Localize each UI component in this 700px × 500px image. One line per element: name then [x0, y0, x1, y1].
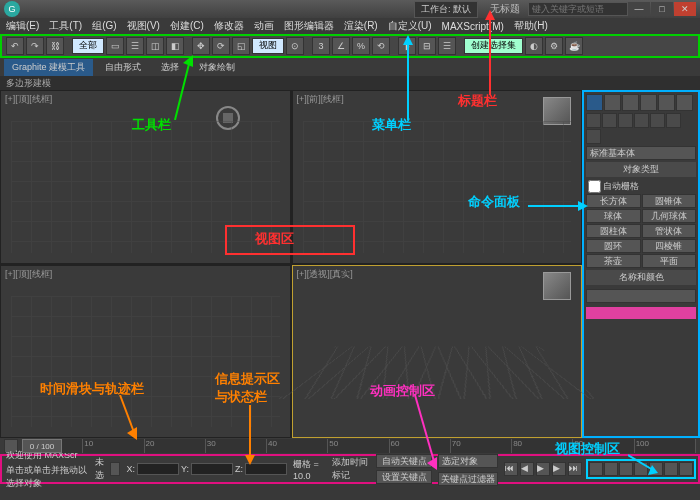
menu-customize[interactable]: 自定义(U)	[388, 19, 432, 33]
viewport-label[interactable]: [+][透视][真实]	[297, 268, 353, 281]
select-icon[interactable]: ▭	[106, 37, 124, 55]
play-icon[interactable]: ▶	[536, 462, 550, 476]
select-name-icon[interactable]: ☰	[126, 37, 144, 55]
menu-maxscript[interactable]: MAXScript(M)	[442, 21, 504, 32]
viewcube-icon[interactable]	[543, 272, 571, 300]
zoom-all-icon[interactable]	[604, 462, 618, 476]
ribbon-tab-selection[interactable]: 选择	[153, 59, 187, 76]
fov-icon[interactable]	[634, 462, 648, 476]
lights-icon[interactable]	[618, 113, 633, 128]
menu-tools[interactable]: 工具(T)	[49, 19, 82, 33]
create-selection-set[interactable]: 创建选择集	[464, 38, 523, 54]
menu-rendering[interactable]: 渲染(R)	[344, 19, 378, 33]
menu-create[interactable]: 创建(C)	[170, 19, 204, 33]
scale-icon[interactable]: ◱	[232, 37, 250, 55]
angle-snap-icon[interactable]: ∠	[332, 37, 350, 55]
menu-grapheditors[interactable]: 图形编辑器	[284, 19, 334, 33]
viewport-label[interactable]: [+][前][线框]	[297, 93, 344, 106]
ribbon-tab-graphite[interactable]: Graphite 建模工具	[4, 59, 93, 76]
autokey-button[interactable]: 自动关键点	[376, 454, 432, 468]
modify-tab-icon[interactable]	[604, 94, 621, 111]
ribbon-subpanel[interactable]: 多边形建模	[0, 76, 700, 90]
primitive-plane[interactable]: 平面	[642, 254, 697, 268]
link-icon[interactable]: ⛓	[46, 37, 64, 55]
cameras-icon[interactable]	[634, 113, 649, 128]
primitive-geosphere[interactable]: 几何球体	[642, 209, 697, 223]
systems-icon[interactable]	[586, 129, 601, 144]
primitive-cone[interactable]: 圆锥体	[642, 194, 697, 208]
prev-frame-icon[interactable]: ◀	[520, 462, 534, 476]
track-bar[interactable]: 0 / 100 010 2030 4050 6070 8090 100	[22, 439, 696, 453]
percent-snap-icon[interactable]: %	[352, 37, 370, 55]
shapes-icon[interactable]	[602, 113, 617, 128]
spinner-snap-icon[interactable]: ⟲	[372, 37, 390, 55]
selection-filter[interactable]: 全部	[72, 38, 104, 54]
rollout-header[interactable]: 名称和颜色	[586, 270, 696, 285]
keymode-dropdown[interactable]: 选定对象	[438, 454, 498, 468]
close-button[interactable]: ✕	[674, 2, 696, 16]
goto-start-icon[interactable]: ⏮	[504, 462, 518, 476]
menu-group[interactable]: 组(G)	[92, 19, 116, 33]
minimize-button[interactable]: —	[628, 2, 650, 16]
menu-animation[interactable]: 动画	[254, 19, 274, 33]
spacewarps-icon[interactable]	[666, 113, 681, 128]
add-time-tag[interactable]: 添加时间标记	[332, 456, 370, 482]
viewport-top-right[interactable]: [+][前][线框]	[292, 90, 583, 264]
menu-edit[interactable]: 编辑(E)	[6, 19, 39, 33]
move-icon[interactable]: ✥	[192, 37, 210, 55]
help-search[interactable]	[528, 2, 628, 16]
rollout-header[interactable]: 对象类型	[586, 162, 696, 177]
undo-icon[interactable]: ↶	[6, 37, 24, 55]
ribbon-tab-freeform[interactable]: 自由形式	[97, 59, 149, 76]
window-crossing-icon[interactable]: ◧	[166, 37, 184, 55]
autogrid-checkbox[interactable]	[588, 180, 601, 193]
mirror-icon[interactable]: ◗	[398, 37, 416, 55]
pivot-icon[interactable]: ⊙	[286, 37, 304, 55]
primitive-box[interactable]: 长方体	[586, 194, 641, 208]
geometry-icon[interactable]	[586, 113, 601, 128]
menu-help[interactable]: 帮助(H)	[514, 19, 548, 33]
layer-icon[interactable]: ☰	[438, 37, 456, 55]
maximize-vp-icon[interactable]	[679, 462, 693, 476]
category-dropdown[interactable]: 标准基本体	[586, 146, 696, 160]
select-region-icon[interactable]: ◫	[146, 37, 164, 55]
utilities-tab-icon[interactable]	[676, 94, 693, 111]
primitive-tube[interactable]: 管状体	[642, 224, 697, 238]
time-slider-handle[interactable]: 0 / 100	[22, 439, 62, 453]
orbit-icon[interactable]	[664, 462, 678, 476]
y-coord-input[interactable]	[191, 463, 233, 475]
x-coord-input[interactable]	[137, 463, 179, 475]
helpers-icon[interactable]	[650, 113, 665, 128]
keyfilter-button[interactable]: 关键点过滤器	[438, 472, 498, 486]
align-icon[interactable]: ⊟	[418, 37, 436, 55]
render-icon[interactable]: ☕	[565, 37, 583, 55]
z-coord-input[interactable]	[245, 463, 287, 475]
goto-end-icon[interactable]: ⏭	[568, 462, 582, 476]
zoom-icon[interactable]	[589, 462, 603, 476]
viewport-top-left[interactable]: [+][顶][线框]	[0, 90, 291, 264]
viewport-label[interactable]: [+][顶][线框]	[5, 268, 52, 281]
menu-modifiers[interactable]: 修改器	[214, 19, 244, 33]
render-setup-icon[interactable]: ⚙	[545, 37, 563, 55]
create-tab-icon[interactable]	[586, 94, 603, 111]
primitive-sphere[interactable]: 球体	[586, 209, 641, 223]
viewport-bottom-right[interactable]: [+][透视][真实]	[292, 265, 583, 439]
viewport-label[interactable]: [+][顶][线框]	[5, 93, 52, 106]
object-name-input[interactable]	[586, 289, 696, 303]
menu-views[interactable]: 视图(V)	[127, 19, 160, 33]
next-frame-icon[interactable]: ▶	[552, 462, 566, 476]
zoom-extents-icon[interactable]	[619, 462, 633, 476]
primitive-teapot[interactable]: 茶壶	[586, 254, 641, 268]
workspace-dropdown[interactable]: 工作台: 默认	[414, 1, 478, 18]
rotate-icon[interactable]: ⟳	[212, 37, 230, 55]
hierarchy-tab-icon[interactable]	[622, 94, 639, 111]
object-color-swatch[interactable]	[586, 307, 696, 319]
primitive-cylinder[interactable]: 圆柱体	[586, 224, 641, 238]
refcoord-dropdown[interactable]: 视图	[252, 38, 284, 54]
pan-icon[interactable]	[649, 462, 663, 476]
setkey-button[interactable]: 设置关键点	[376, 470, 432, 484]
redo-icon[interactable]: ↷	[26, 37, 44, 55]
display-tab-icon[interactable]	[658, 94, 675, 111]
primitive-pyramid[interactable]: 四棱锥	[642, 239, 697, 253]
viewport-bottom-left[interactable]: [+][顶][线框]	[0, 265, 291, 439]
